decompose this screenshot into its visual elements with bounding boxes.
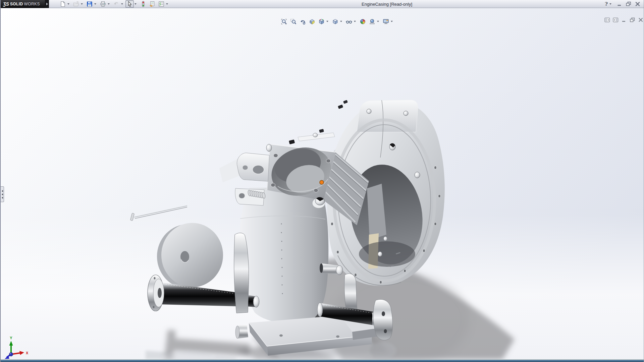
- appearance-ball-icon: [360, 18, 366, 25]
- hide-show-items-button[interactable]: [345, 18, 353, 25]
- window-controls: ?: [605, 1, 644, 7]
- zoom-to-fit-group: [280, 18, 288, 25]
- solidworks-logo-glyph: ƷS: [3, 1, 9, 7]
- zoom-to-fit-button[interactable]: [280, 18, 288, 25]
- undo-button[interactable]: [112, 0, 120, 8]
- select-button[interactable]: [125, 0, 134, 8]
- select-dropdown-caret[interactable]: [135, 3, 137, 5]
- previous-view-button[interactable]: [299, 18, 307, 25]
- display-style-icon: [332, 18, 338, 25]
- minimize-button[interactable]: [617, 2, 622, 6]
- rebuild-group: [139, 0, 147, 8]
- help-dropdown-caret[interactable]: [609, 3, 611, 5]
- new-group: [58, 0, 71, 8]
- rebuild-button[interactable]: [139, 0, 147, 8]
- y-axis-label: Y: [10, 336, 12, 340]
- view-settings-dropdown-caret[interactable]: [391, 21, 393, 22]
- restore-icon: [626, 2, 631, 6]
- display-style-group: [331, 18, 344, 25]
- restore-button[interactable]: [626, 2, 631, 6]
- zoom-to-area-icon: [290, 18, 297, 25]
- select-group: [125, 0, 138, 8]
- open-folder-icon: [73, 1, 79, 7]
- print-button[interactable]: [99, 0, 107, 8]
- options-list-icon: [158, 1, 164, 7]
- solidworks-window: ƷS SOLIDWORKS EngineCasing [Read-only] ?: [0, 0, 644, 362]
- edit-appearance-group: [359, 18, 367, 25]
- new-button[interactable]: [58, 0, 67, 8]
- doc-restore-icon: [630, 17, 635, 22]
- doc-close-button[interactable]: [638, 17, 644, 22]
- doc-restore-button[interactable]: [630, 17, 635, 22]
- edit-appearance-button[interactable]: [359, 18, 367, 25]
- close-icon: [635, 2, 640, 6]
- selection-marker[interactable]: [320, 180, 324, 184]
- menu-expand-arrow[interactable]: [45, 0, 49, 8]
- minimize-icon: [617, 2, 622, 6]
- view-settings-button[interactable]: [382, 18, 390, 25]
- doc-close-icon: [638, 17, 644, 22]
- orientation-triad: Y X Z: [1, 335, 34, 359]
- pane-collapse-left-icon: [604, 17, 610, 22]
- apply-scene-button[interactable]: [368, 18, 376, 25]
- options-button[interactable]: [157, 0, 165, 8]
- view-orientation-dropdown-caret[interactable]: [326, 21, 328, 22]
- display-style-dropdown-caret[interactable]: [340, 21, 342, 22]
- titlebar: ƷS SOLIDWORKS EngineCasing [Read-only] ?: [1, 0, 644, 8]
- options-group: [157, 0, 170, 8]
- heads-up-view-toolbar: [280, 18, 394, 25]
- view-orientation-button[interactable]: [317, 18, 326, 25]
- help-icon: ?: [605, 1, 608, 7]
- 3d-model-canvas[interactable]: [1, 8, 644, 359]
- apply-scene-icon: [369, 18, 375, 25]
- options-dropdown-caret[interactable]: [166, 3, 168, 5]
- view-orientation-cube-icon: [318, 18, 325, 25]
- apply-scene-group: [368, 18, 381, 25]
- section-view-icon: [309, 18, 315, 25]
- display-style-button[interactable]: [331, 18, 339, 25]
- section-view-button[interactable]: [308, 18, 316, 25]
- zoom-to-area-group: [289, 18, 298, 25]
- logo-text-works: WORKS: [24, 2, 40, 6]
- print-dropdown-caret[interactable]: [108, 3, 110, 5]
- file-properties-group: [148, 0, 156, 8]
- save-icon: [87, 1, 93, 7]
- right-arrow-icon: [46, 3, 48, 5]
- left-arrow-icon: [2, 197, 3, 199]
- save-button[interactable]: [85, 0, 94, 8]
- undo-group: [112, 0, 125, 8]
- doc-minimize-button[interactable]: [621, 17, 627, 22]
- pane-expand-right-icon: [613, 17, 619, 22]
- file-properties-button[interactable]: [148, 0, 156, 8]
- save-group: [85, 0, 98, 8]
- window-frame-bottom: [1, 360, 644, 362]
- previous-view-group: [299, 18, 307, 25]
- view-orientation-group: [317, 18, 330, 25]
- zoom-to-area-button[interactable]: [289, 18, 298, 25]
- save-dropdown-caret[interactable]: [94, 3, 96, 5]
- doc-pane-left-button[interactable]: [604, 17, 610, 22]
- print-icon: [100, 1, 106, 7]
- open-group: [72, 0, 85, 8]
- doc-pane-right-button[interactable]: [613, 17, 619, 22]
- flywheel-disc[interactable]: [161, 223, 223, 287]
- main-toolbar: [58, 0, 170, 8]
- apply-scene-dropdown-caret[interactable]: [377, 21, 379, 22]
- hide-show-items-dropdown-caret[interactable]: [354, 21, 356, 22]
- undo-dropdown-caret[interactable]: [121, 3, 123, 5]
- graphics-area[interactable]: Y X Z *Dimetric: [1, 8, 644, 359]
- left-arrow-icon: [2, 193, 3, 195]
- hide-show-items-group: [345, 18, 358, 25]
- zoom-to-fit-icon: [281, 18, 287, 25]
- close-button[interactable]: [635, 2, 640, 6]
- new-dropdown-caret[interactable]: [67, 3, 69, 5]
- open-button[interactable]: [72, 0, 80, 8]
- solidworks-logo[interactable]: ƷS SOLIDWORKS: [1, 0, 45, 8]
- file-properties-icon: [149, 1, 155, 7]
- open-dropdown-caret[interactable]: [81, 3, 83, 5]
- help-button[interactable]: ?: [605, 1, 613, 7]
- left-arrow-icon: [2, 190, 3, 192]
- view-settings-group: [382, 18, 394, 25]
- featuremanager-flyout-tab[interactable]: [1, 186, 4, 202]
- new-document-icon: [60, 1, 66, 7]
